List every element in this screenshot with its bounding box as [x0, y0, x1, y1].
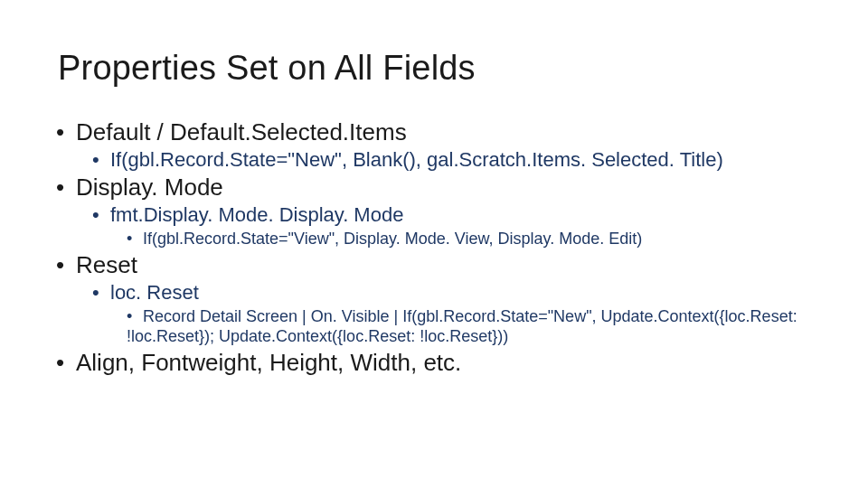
- bullet-reset: Reset loc. Reset Record Detail Screen | …: [58, 251, 810, 347]
- bullet-displaymode-fmt: fmt.Display. Mode. Display. Mode If(gbl.…: [92, 203, 810, 249]
- bullet-text: fmt.Display. Mode. Display. Mode: [110, 203, 403, 226]
- bullet-default-formula: If(gbl.Record.State="New", Blank(), gal.…: [92, 148, 810, 172]
- bullet-default: Default / Default.Selected.Items If(gbl.…: [58, 118, 810, 172]
- slide-title: Properties Set on All Fields: [58, 49, 810, 88]
- slide: Properties Set on All Fields Default / D…: [0, 0, 868, 488]
- bullet-text: Default / Default.Selected.Items: [76, 118, 407, 145]
- bullet-text: Record Detail Screen | On. Visible | If(…: [127, 307, 797, 346]
- bullet-text: loc. Reset: [110, 281, 199, 304]
- bullet-reset-loc: loc. Reset Record Detail Screen | On. Vi…: [92, 281, 810, 347]
- bullet-reset-formula: Record Detail Screen | On. Visible | If(…: [127, 306, 810, 347]
- bullet-text: Align, Fontweight, Height, Width, etc.: [76, 349, 461, 376]
- bullet-text: If(gbl.Record.State="New", Blank(), gal.…: [110, 148, 723, 171]
- bullet-text: Reset: [76, 251, 137, 278]
- bullet-text: If(gbl.Record.State="View", Display. Mod…: [143, 230, 642, 248]
- bullet-align-etc: Align, Fontweight, Height, Width, etc.: [58, 349, 810, 377]
- bullet-list: Default / Default.Selected.Items If(gbl.…: [58, 118, 810, 377]
- bullet-displaymode-formula: If(gbl.Record.State="View", Display. Mod…: [127, 229, 810, 249]
- bullet-displaymode: Display. Mode fmt.Display. Mode. Display…: [58, 174, 810, 249]
- bullet-text: Display. Mode: [76, 174, 223, 201]
